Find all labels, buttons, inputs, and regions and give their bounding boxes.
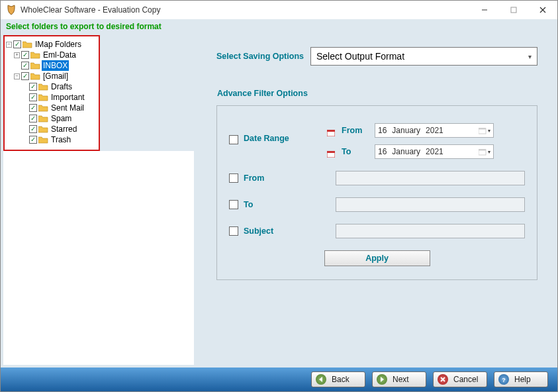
chevron-down-icon: ▾ (528, 53, 532, 60)
folder-icon (38, 104, 48, 112)
subject-checkbox[interactable] (229, 226, 238, 236)
date-year: 2021 (426, 126, 443, 135)
to-date-label: To (342, 147, 368, 156)
svg-line-3 (540, 7, 545, 13)
cancel-label: Cancel (453, 375, 478, 384)
from-input[interactable] (336, 171, 525, 185)
checkbox[interactable] (21, 72, 29, 80)
tree-label: Trash (50, 134, 72, 145)
titlebar: WholeClear Software - Evaluation Copy (1, 1, 557, 19)
back-button[interactable]: Back (311, 371, 365, 387)
back-label: Back (332, 375, 349, 384)
tree-label: Important (50, 92, 86, 103)
tree-node-inbox[interactable]: INBOX (14, 60, 97, 71)
from-date-picker[interactable]: 16 January 2021 ▾ (375, 123, 494, 138)
tree-node[interactable]: Spam (22, 113, 97, 124)
date-range-row: Date Range From 16 January 2021 ▾ (229, 123, 525, 159)
date-day: 16 (378, 126, 387, 135)
tree-label: IMap Folders (34, 39, 83, 50)
apply-button[interactable]: Apply (324, 250, 430, 266)
help-icon: ? (498, 374, 509, 385)
svg-rect-11 (479, 149, 486, 151)
spacer (22, 126, 28, 132)
close-button[interactable] (528, 1, 557, 19)
window-title: WholeClear Software - Evaluation Copy (21, 5, 470, 15)
to-input[interactable] (336, 197, 525, 212)
app-logo-icon (6, 5, 17, 15)
spacer (22, 95, 28, 101)
svg-rect-4 (327, 131, 335, 136)
from-label: From (244, 173, 301, 183)
tree-node[interactable]: Important (22, 92, 97, 103)
cancel-icon (438, 374, 448, 385)
tree-node-gmail[interactable]: − [Gmail] (14, 71, 97, 81)
spacer (22, 137, 28, 143)
advance-filter-group: Advance Filter Options Date Range From 1… (216, 105, 537, 280)
next-button[interactable]: Next (372, 371, 426, 387)
to-date-picker[interactable]: 16 January 2021 ▾ (375, 144, 494, 159)
checkbox[interactable] (13, 40, 21, 48)
svg-rect-5 (327, 130, 335, 132)
tree-label-selected: INBOX (42, 60, 69, 71)
folder-tree[interactable]: − IMap Folders + Eml-Data (6, 39, 97, 50)
checkbox[interactable] (29, 125, 37, 133)
collapse-icon[interactable]: − (6, 42, 12, 48)
picker-icon (479, 127, 487, 134)
folder-icon (30, 72, 40, 80)
checkbox[interactable] (29, 104, 37, 112)
date-range-checkbox[interactable] (229, 135, 238, 144)
svg-line-2 (540, 7, 545, 13)
tree-node[interactable]: Starred (22, 124, 97, 134)
subject-filter-row: Subject (229, 224, 525, 238)
date-day: 16 (378, 147, 387, 156)
saving-options-row: Select Saving Options Select Output Form… (216, 47, 537, 66)
calendar-icon (327, 127, 335, 134)
output-format-select[interactable]: Select Output Format ▾ (310, 47, 537, 66)
checkbox[interactable] (21, 51, 29, 59)
bottom-nav-bar: Back Next Cancel ? Help (1, 368, 557, 391)
help-button[interactable]: ? Help (494, 371, 548, 387)
options-panel: Select Saving Options Select Output Form… (197, 35, 557, 368)
svg-rect-9 (327, 151, 335, 153)
expand-icon[interactable]: + (14, 52, 20, 58)
tree-node[interactable]: Drafts (22, 81, 97, 92)
cancel-button[interactable]: Cancel (433, 371, 487, 387)
content-area: − IMap Folders + Eml-Data (1, 35, 557, 368)
tree-node[interactable]: Sent Mail (22, 103, 97, 113)
date-range-label: Date Range (244, 134, 301, 143)
svg-rect-7 (479, 128, 486, 130)
svg-text:?: ? (502, 377, 506, 383)
collapse-icon[interactable]: − (14, 74, 20, 79)
folder-icon (38, 93, 48, 101)
to-filter-row: To (229, 197, 525, 212)
app-window: WholeClear Software - Evaluation Copy Se… (0, 0, 558, 392)
from-checkbox[interactable] (229, 173, 238, 183)
tree-node[interactable]: Trash (22, 134, 97, 145)
next-icon (377, 374, 387, 385)
checkbox[interactable] (29, 136, 37, 144)
tree-node-root[interactable]: − IMap Folders (6, 39, 97, 50)
checkbox[interactable] (29, 115, 37, 122)
window-controls (470, 1, 557, 19)
page-subtitle: Select folders to export to desired form… (1, 19, 557, 35)
checkbox[interactable] (21, 62, 29, 70)
spacer (22, 116, 28, 122)
from-date-line: From 16 January 2021 ▾ (327, 123, 494, 138)
spacer (22, 84, 28, 90)
checkbox[interactable] (29, 93, 37, 101)
subject-label: Subject (244, 226, 301, 236)
from-date-label: From (342, 126, 368, 135)
spacer (14, 63, 20, 69)
maximize-button[interactable] (499, 1, 528, 19)
minimize-button[interactable] (470, 1, 499, 19)
tree-empty-area (3, 151, 194, 365)
calendar-icon (327, 148, 335, 155)
folder-icon (30, 62, 40, 70)
tree-node-emldata[interactable]: + Eml-Data (14, 50, 97, 60)
to-checkbox[interactable] (229, 200, 238, 209)
subject-input[interactable] (336, 224, 525, 238)
checkbox[interactable] (29, 83, 37, 91)
folder-tree-panel: − IMap Folders + Eml-Data (1, 35, 197, 368)
folder-icon (38, 136, 48, 144)
tree-label: Eml-Data (42, 50, 77, 60)
